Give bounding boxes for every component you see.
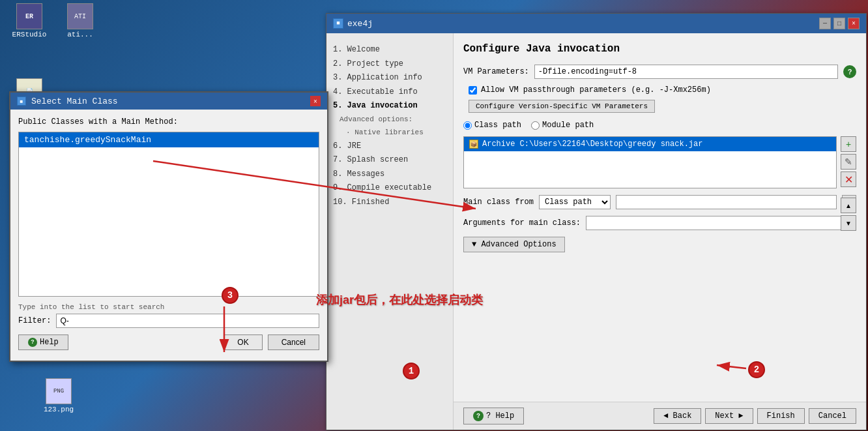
classpath-side-buttons: + ✎ ✕ ▲ ▼ <box>841 136 856 231</box>
titlebar-title-group: ■ exe4j <box>333 18 373 29</box>
exe4j-titlebar: ■ exe4j ─ □ × <box>326 14 866 33</box>
move-down-button[interactable]: ▼ <box>841 215 856 231</box>
finish-button[interactable]: Finish <box>757 408 805 424</box>
dialog-close-button[interactable]: × <box>310 96 321 106</box>
dialog-body: Public Classes with a Main Method: tanch… <box>10 110 327 358</box>
dialog-help-label: Help <box>40 338 59 347</box>
select-main-class-dialog: ■ Select Main Class × Public Classes wit… <box>9 91 328 362</box>
badge-2-circle: 2 <box>748 361 765 378</box>
erstudio-label: ERStudio <box>12 31 47 38</box>
add-classpath-button[interactable]: + <box>841 136 856 152</box>
passthrough-label: Allow VM passthrough parameters (e.g. -J… <box>481 85 711 95</box>
dialog-help-button[interactable]: ? Help <box>18 334 68 350</box>
badge-1-circle: 1 <box>403 363 420 379</box>
erstudio-icon: ER <box>16 3 42 29</box>
badge-3-circle: 3 <box>222 287 239 304</box>
archive-item-label: Archive C:\Users\22164\Desktop\greedy sn… <box>482 140 702 149</box>
dialog-cancel-button[interactable]: Cancel <box>268 334 319 350</box>
dialog-class-list[interactable]: tanchishe.greedySnackMain <box>18 132 319 297</box>
badge-1: 1 <box>403 363 420 379</box>
main-class-row: Main class from Class path Module path .… <box>463 195 856 209</box>
dialog-filter-label: Filter: <box>18 316 51 325</box>
dialog-help-icon: ? <box>28 338 37 347</box>
module-path-radio-label[interactable]: Module path <box>531 121 594 130</box>
dialog-buttons: ? Help OK Cancel <box>18 334 319 350</box>
classpath-item-archive[interactable]: 📦 Archive C:\Users\22164\Desktop\greedy … <box>464 137 836 151</box>
classpath-container: 📦 Archive C:\Users\22164\Desktop\greedy … <box>463 136 856 188</box>
sidebar-item-splash[interactable]: 7. Splash screen <box>333 153 446 168</box>
dialog-action-buttons: OK Cancel <box>224 334 319 350</box>
exe4j-main-content: Configure Java invocation VM Parameters:… <box>454 33 866 430</box>
desktop-icon-erstudio[interactable]: ER ERStudio <box>7 3 52 38</box>
sidebar-item-jre[interactable]: 6. JRE <box>333 140 446 154</box>
passthrough-checkbox[interactable] <box>469 86 477 95</box>
next-button[interactable]: Next ► <box>705 408 753 424</box>
badge-2: 2 <box>748 361 765 378</box>
png-label: 123.png <box>44 406 74 413</box>
main-class-from-label: Main class from <box>463 198 534 207</box>
vm-params-label: VM Parameters: <box>463 67 529 76</box>
main-class-input[interactable] <box>616 195 837 209</box>
desktop-icon-ati[interactable]: ATI ati... <box>57 3 103 38</box>
move-up-button[interactable]: ▲ <box>841 198 856 213</box>
titlebar-controls: ─ □ × <box>819 18 860 29</box>
bottom-bar: ? ? Help ◄ Back Next ► Finish Cancel <box>454 402 866 430</box>
passthrough-checkbox-row: Allow VM passthrough parameters (e.g. -J… <box>469 85 856 95</box>
path-radio-group: Class path Module path <box>463 121 856 130</box>
dialog-subtitle: Public Classes with a Main Method: <box>18 117 319 126</box>
vm-params-input[interactable] <box>534 65 838 79</box>
maximize-button[interactable]: □ <box>833 18 845 29</box>
png-icon: PNG <box>46 378 72 404</box>
exe4j-title-label: exe4j <box>347 19 373 29</box>
configure-version-button[interactable]: Configure Version-Specific VM Parameters <box>469 100 655 113</box>
sidebar-item-welcome[interactable]: 1. Welcome <box>333 43 446 57</box>
dialog-filter-input[interactable] <box>56 314 319 328</box>
main-class-select[interactable]: Class path Module path <box>539 195 611 209</box>
help-label: ? Help <box>486 411 514 421</box>
badge-3: 3 <box>222 287 239 304</box>
sidebar-item-finished[interactable]: 10. Finished <box>333 196 446 210</box>
vm-params-row: VM Parameters: ? <box>463 65 856 79</box>
archive-icon: 📦 <box>469 140 478 149</box>
dialog-search-hint: Type into the list to start search <box>18 303 319 311</box>
ati-icon: ATI <box>67 3 93 29</box>
class-path-radio[interactable] <box>463 121 472 130</box>
edit-classpath-button[interactable]: ✎ <box>841 154 856 170</box>
minimize-button[interactable]: ─ <box>819 18 831 29</box>
sidebar-item-messages[interactable]: 8. Messages <box>333 168 446 182</box>
help-button[interactable]: ? ? Help <box>463 408 524 424</box>
sidebar-item-app-info[interactable]: 3. Application info <box>333 71 446 85</box>
args-row: Arguments for main class: <box>463 216 856 230</box>
dialog-title-label: Select Main Class <box>31 97 118 106</box>
module-path-radio[interactable] <box>531 121 540 130</box>
dialog-titlebar-icon: ■ <box>17 97 26 106</box>
dialog-ok-button[interactable]: OK <box>224 334 262 350</box>
back-button[interactable]: ◄ Back <box>654 408 701 424</box>
advanced-options-button[interactable]: ▼ Advanced Options <box>463 237 565 252</box>
close-button[interactable]: × <box>848 18 860 29</box>
args-label: Arguments for main class: <box>463 218 581 228</box>
help-icon: ? <box>473 411 484 421</box>
dialog-list-item-0[interactable]: tanchishe.greedySnackMain <box>19 132 319 147</box>
exe4j-titlebar-icon: ■ <box>333 18 343 29</box>
classpath-list[interactable]: 📦 Archive C:\Users\22164\Desktop\greedy … <box>463 136 837 188</box>
sidebar-item-project-type[interactable]: 2. Project type <box>333 57 446 72</box>
args-input[interactable] <box>586 216 856 230</box>
navigation-buttons: ◄ Back Next ► Finish Cancel <box>654 408 856 424</box>
sidebar-item-native-libraries[interactable]: · Native libraries <box>333 126 446 140</box>
dialog-titlebar: ■ Select Main Class × <box>10 93 327 110</box>
class-path-radio-label[interactable]: Class path <box>463 121 521 130</box>
module-path-label: Module path <box>542 121 594 130</box>
sidebar-item-advanced-options-label: Advanced options: <box>333 113 446 126</box>
desktop-icon-png[interactable]: PNG 123.png <box>36 378 81 413</box>
cancel-button[interactable]: Cancel <box>809 408 856 424</box>
ati-label: ati... <box>67 31 93 38</box>
class-path-label: Class path <box>474 121 521 130</box>
dialog-filter-row: Filter: <box>18 314 319 328</box>
sidebar-item-exe-info[interactable]: 4. Executable info <box>333 85 446 100</box>
section-title: Configure Java invocation <box>463 43 856 55</box>
sidebar-item-compile[interactable]: 9. Compile executable <box>333 181 446 196</box>
remove-classpath-button[interactable]: ✕ <box>841 171 856 187</box>
vm-params-help-button[interactable]: ? <box>843 65 856 78</box>
sidebar-item-java-invocation[interactable]: 5. Java invocation <box>333 99 446 113</box>
